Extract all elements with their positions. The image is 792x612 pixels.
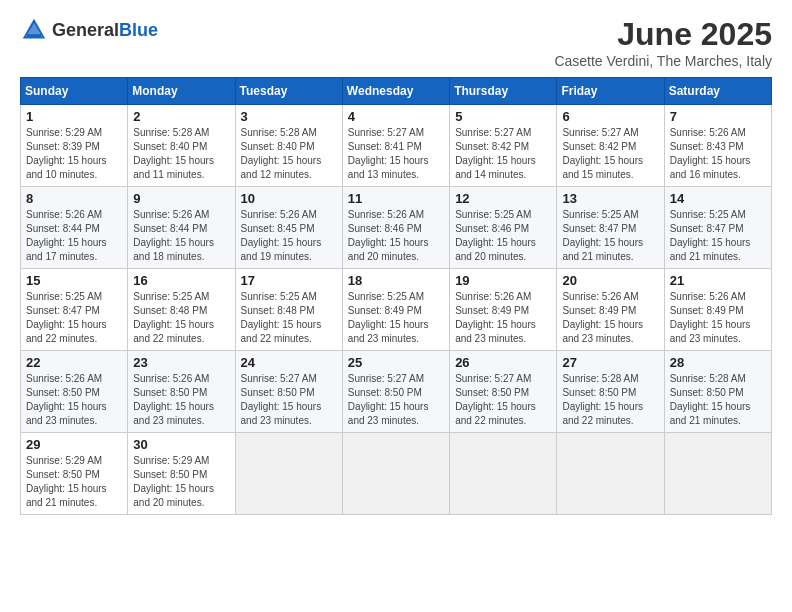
calendar-week-row: 8Sunrise: 5:26 AM Sunset: 8:44 PM Daylig… — [21, 187, 772, 269]
calendar-week-row: 15Sunrise: 5:25 AM Sunset: 8:47 PM Dayli… — [21, 269, 772, 351]
day-info: Sunrise: 5:27 AM Sunset: 8:41 PM Dayligh… — [348, 126, 444, 182]
day-of-week-friday: Friday — [557, 78, 664, 105]
day-of-week-sunday: Sunday — [21, 78, 128, 105]
day-info: Sunrise: 5:26 AM Sunset: 8:45 PM Dayligh… — [241, 208, 337, 264]
calendar-week-row: 22Sunrise: 5:26 AM Sunset: 8:50 PM Dayli… — [21, 351, 772, 433]
day-info: Sunrise: 5:28 AM Sunset: 8:40 PM Dayligh… — [241, 126, 337, 182]
day-number: 14 — [670, 191, 766, 206]
calendar-cell: 24Sunrise: 5:27 AM Sunset: 8:50 PM Dayli… — [235, 351, 342, 433]
svg-rect-2 — [27, 34, 41, 37]
title-area: June 2025 Casette Verdini, The Marches, … — [554, 16, 772, 69]
day-info: Sunrise: 5:29 AM Sunset: 8:50 PM Dayligh… — [133, 454, 229, 510]
day-info: Sunrise: 5:26 AM Sunset: 8:46 PM Dayligh… — [348, 208, 444, 264]
day-info: Sunrise: 5:28 AM Sunset: 8:50 PM Dayligh… — [562, 372, 658, 428]
calendar-cell: 12Sunrise: 5:25 AM Sunset: 8:46 PM Dayli… — [450, 187, 557, 269]
day-number: 21 — [670, 273, 766, 288]
day-info: Sunrise: 5:26 AM Sunset: 8:49 PM Dayligh… — [455, 290, 551, 346]
calendar-cell: 26Sunrise: 5:27 AM Sunset: 8:50 PM Dayli… — [450, 351, 557, 433]
day-number: 12 — [455, 191, 551, 206]
day-info: Sunrise: 5:26 AM Sunset: 8:50 PM Dayligh… — [26, 372, 122, 428]
day-info: Sunrise: 5:25 AM Sunset: 8:46 PM Dayligh… — [455, 208, 551, 264]
calendar-cell: 9Sunrise: 5:26 AM Sunset: 8:44 PM Daylig… — [128, 187, 235, 269]
day-number: 10 — [241, 191, 337, 206]
day-number: 9 — [133, 191, 229, 206]
calendar-cell: 4Sunrise: 5:27 AM Sunset: 8:41 PM Daylig… — [342, 105, 449, 187]
calendar-cell: 13Sunrise: 5:25 AM Sunset: 8:47 PM Dayli… — [557, 187, 664, 269]
calendar-week-row: 1Sunrise: 5:29 AM Sunset: 8:39 PM Daylig… — [21, 105, 772, 187]
page-header: GeneralBlue June 2025 Casette Verdini, T… — [20, 16, 772, 69]
calendar-cell: 17Sunrise: 5:25 AM Sunset: 8:48 PM Dayli… — [235, 269, 342, 351]
day-info: Sunrise: 5:28 AM Sunset: 8:40 PM Dayligh… — [133, 126, 229, 182]
day-number: 16 — [133, 273, 229, 288]
day-number: 6 — [562, 109, 658, 124]
calendar-cell: 22Sunrise: 5:26 AM Sunset: 8:50 PM Dayli… — [21, 351, 128, 433]
calendar-table: SundayMondayTuesdayWednesdayThursdayFrid… — [20, 77, 772, 515]
day-info: Sunrise: 5:27 AM Sunset: 8:50 PM Dayligh… — [241, 372, 337, 428]
calendar-cell: 15Sunrise: 5:25 AM Sunset: 8:47 PM Dayli… — [21, 269, 128, 351]
day-info: Sunrise: 5:29 AM Sunset: 8:50 PM Dayligh… — [26, 454, 122, 510]
calendar-week-row: 29Sunrise: 5:29 AM Sunset: 8:50 PM Dayli… — [21, 433, 772, 515]
calendar-header-row: SundayMondayTuesdayWednesdayThursdayFrid… — [21, 78, 772, 105]
calendar-cell: 6Sunrise: 5:27 AM Sunset: 8:42 PM Daylig… — [557, 105, 664, 187]
day-number: 13 — [562, 191, 658, 206]
calendar-cell: 11Sunrise: 5:26 AM Sunset: 8:46 PM Dayli… — [342, 187, 449, 269]
day-number: 4 — [348, 109, 444, 124]
day-of-week-monday: Monday — [128, 78, 235, 105]
day-number: 23 — [133, 355, 229, 370]
day-number: 2 — [133, 109, 229, 124]
calendar-cell: 19Sunrise: 5:26 AM Sunset: 8:49 PM Dayli… — [450, 269, 557, 351]
day-number: 25 — [348, 355, 444, 370]
calendar-cell — [450, 433, 557, 515]
day-number: 26 — [455, 355, 551, 370]
day-info: Sunrise: 5:28 AM Sunset: 8:50 PM Dayligh… — [670, 372, 766, 428]
day-info: Sunrise: 5:25 AM Sunset: 8:47 PM Dayligh… — [562, 208, 658, 264]
calendar-cell: 16Sunrise: 5:25 AM Sunset: 8:48 PM Dayli… — [128, 269, 235, 351]
day-of-week-tuesday: Tuesday — [235, 78, 342, 105]
day-number: 7 — [670, 109, 766, 124]
calendar-cell — [342, 433, 449, 515]
calendar-cell: 7Sunrise: 5:26 AM Sunset: 8:43 PM Daylig… — [664, 105, 771, 187]
day-number: 15 — [26, 273, 122, 288]
calendar-cell — [557, 433, 664, 515]
day-number: 11 — [348, 191, 444, 206]
calendar-cell — [664, 433, 771, 515]
calendar-cell: 23Sunrise: 5:26 AM Sunset: 8:50 PM Dayli… — [128, 351, 235, 433]
calendar-cell: 2Sunrise: 5:28 AM Sunset: 8:40 PM Daylig… — [128, 105, 235, 187]
calendar-cell: 1Sunrise: 5:29 AM Sunset: 8:39 PM Daylig… — [21, 105, 128, 187]
day-of-week-saturday: Saturday — [664, 78, 771, 105]
calendar-cell: 10Sunrise: 5:26 AM Sunset: 8:45 PM Dayli… — [235, 187, 342, 269]
day-info: Sunrise: 5:26 AM Sunset: 8:43 PM Dayligh… — [670, 126, 766, 182]
calendar-cell: 5Sunrise: 5:27 AM Sunset: 8:42 PM Daylig… — [450, 105, 557, 187]
day-number: 20 — [562, 273, 658, 288]
calendar-cell: 29Sunrise: 5:29 AM Sunset: 8:50 PM Dayli… — [21, 433, 128, 515]
month-title: June 2025 — [554, 16, 772, 53]
day-info: Sunrise: 5:27 AM Sunset: 8:50 PM Dayligh… — [455, 372, 551, 428]
calendar-cell: 28Sunrise: 5:28 AM Sunset: 8:50 PM Dayli… — [664, 351, 771, 433]
calendar-cell: 14Sunrise: 5:25 AM Sunset: 8:47 PM Dayli… — [664, 187, 771, 269]
day-number: 27 — [562, 355, 658, 370]
day-number: 3 — [241, 109, 337, 124]
day-number: 5 — [455, 109, 551, 124]
logo: GeneralBlue — [20, 16, 158, 44]
day-info: Sunrise: 5:27 AM Sunset: 8:42 PM Dayligh… — [455, 126, 551, 182]
calendar-cell: 8Sunrise: 5:26 AM Sunset: 8:44 PM Daylig… — [21, 187, 128, 269]
location-title: Casette Verdini, The Marches, Italy — [554, 53, 772, 69]
logo-text: GeneralBlue — [52, 20, 158, 41]
day-number: 30 — [133, 437, 229, 452]
calendar-cell: 21Sunrise: 5:26 AM Sunset: 8:49 PM Dayli… — [664, 269, 771, 351]
calendar-cell: 3Sunrise: 5:28 AM Sunset: 8:40 PM Daylig… — [235, 105, 342, 187]
day-number: 29 — [26, 437, 122, 452]
day-info: Sunrise: 5:25 AM Sunset: 8:49 PM Dayligh… — [348, 290, 444, 346]
day-number: 8 — [26, 191, 122, 206]
day-number: 1 — [26, 109, 122, 124]
day-number: 19 — [455, 273, 551, 288]
day-info: Sunrise: 5:25 AM Sunset: 8:47 PM Dayligh… — [670, 208, 766, 264]
day-number: 18 — [348, 273, 444, 288]
day-info: Sunrise: 5:27 AM Sunset: 8:50 PM Dayligh… — [348, 372, 444, 428]
day-number: 17 — [241, 273, 337, 288]
day-of-week-wednesday: Wednesday — [342, 78, 449, 105]
day-info: Sunrise: 5:26 AM Sunset: 8:50 PM Dayligh… — [133, 372, 229, 428]
calendar-cell: 20Sunrise: 5:26 AM Sunset: 8:49 PM Dayli… — [557, 269, 664, 351]
day-info: Sunrise: 5:26 AM Sunset: 8:44 PM Dayligh… — [133, 208, 229, 264]
calendar-cell: 27Sunrise: 5:28 AM Sunset: 8:50 PM Dayli… — [557, 351, 664, 433]
